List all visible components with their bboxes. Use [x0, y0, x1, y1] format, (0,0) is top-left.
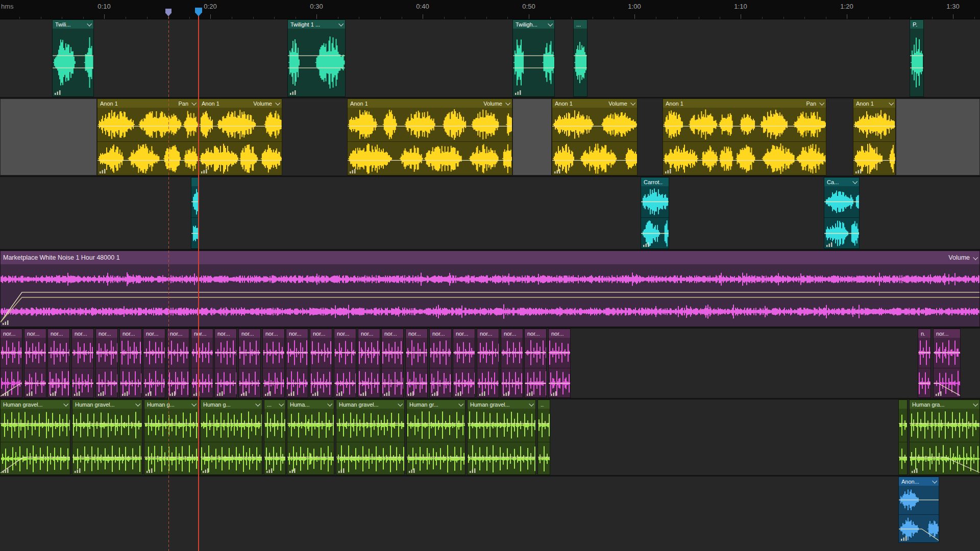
audio-clip[interactable]: Huma... [287, 399, 334, 475]
clip-control-label[interactable]: Volume [608, 101, 627, 107]
audio-clip[interactable]: Twili... [52, 19, 94, 97]
clip-header[interactable]: nor... [24, 329, 46, 338]
clip-header[interactable]: nor... [72, 329, 93, 338]
clip-header[interactable]: Anon 1 [853, 99, 895, 108]
audio-clip[interactable]: Anon... [898, 477, 939, 543]
clip-header[interactable]: n... [918, 329, 930, 338]
clip-header[interactable]: nor... [310, 329, 332, 338]
audio-clip[interactable]: nor... [501, 329, 523, 398]
audio-clip[interactable]: ... [898, 399, 908, 475]
clip-header[interactable]: Carrot... [641, 178, 669, 186]
chevron-down-icon[interactable] [630, 101, 635, 106]
clip-header[interactable]: Anon 1Volume [348, 99, 512, 108]
clip-header[interactable]: nor... [286, 329, 308, 338]
clip-header[interactable]: nor... [239, 329, 260, 338]
track-lane-1[interactable]: Twili...Twilight 1 ...Twiligh......P... [0, 19, 980, 97]
clip-header[interactable]: nor... [477, 329, 499, 338]
clip-header[interactable]: ... [538, 400, 550, 409]
chevron-down-icon[interactable] [889, 101, 894, 106]
audio-clip[interactable]: Twilight 1 ... [287, 19, 346, 97]
clip-header[interactable]: Anon 1Volume [199, 99, 282, 108]
audio-clip[interactable]: nor... [143, 329, 165, 398]
chevron-down-icon[interactable] [529, 402, 534, 407]
chevron-down-icon[interactable] [505, 101, 510, 106]
clip-header[interactable]: Twilight 1 ... [288, 20, 345, 29]
chevron-down-icon[interactable] [255, 402, 260, 407]
clip-header[interactable]: Anon 1Pan [97, 99, 198, 108]
clip-header[interactable]: Anon... [899, 477, 939, 486]
audio-clip[interactable]: nor... [548, 329, 571, 398]
audio-clip[interactable]: nor... [214, 329, 237, 398]
clip-header[interactable]: nor... [191, 329, 213, 338]
audio-clip[interactable]: nor... [167, 329, 189, 398]
chevron-down-icon[interactable] [398, 402, 403, 407]
audio-clip[interactable]: Ca... [824, 177, 860, 249]
chevron-down-icon[interactable] [819, 101, 824, 106]
clip-header[interactable]: P... [910, 20, 923, 29]
clip-header[interactable]: nor... [406, 329, 427, 338]
audio-clip[interactable]: Anon 1Pan [97, 98, 199, 176]
audio-clip[interactable]: nor... [238, 329, 261, 398]
chevron-down-icon[interactable] [458, 402, 463, 407]
clip-header[interactable]: Ca... [824, 178, 859, 186]
clip-header[interactable]: Huma... [287, 400, 334, 409]
audio-clip[interactable]: nor... [405, 329, 428, 398]
audio-clip[interactable]: nor... [71, 329, 94, 398]
clip-header[interactable]: ... [574, 20, 587, 29]
track-lane-6[interactable]: Human gravel...Human gravel...Human g...… [0, 399, 980, 475]
audio-clip[interactable]: nor... [191, 329, 213, 398]
audio-clip[interactable]: Anon 1 [853, 98, 896, 176]
audio-clip[interactable]: Twiligh... [512, 19, 555, 97]
audio-clip[interactable]: nor... [524, 329, 547, 398]
chevron-down-icon[interactable] [191, 101, 197, 106]
chevron-down-icon[interactable] [973, 255, 978, 260]
clip-header[interactable]: nor... [549, 329, 570, 338]
audio-clip[interactable]: nor... [24, 329, 46, 398]
audio-clip[interactable]: nor... [334, 329, 356, 398]
audio-clip[interactable]: nor... [453, 329, 475, 398]
chevron-down-icon[interactable] [275, 101, 280, 106]
audio-clip[interactable]: ... [573, 19, 587, 97]
clip-header[interactable]: nor... [334, 329, 356, 338]
audio-clip[interactable]: Anon 1Volume [347, 98, 512, 176]
clip-header[interactable]: Human gravel... [1, 400, 70, 409]
blank-clip[interactable] [0, 98, 97, 176]
audio-clip[interactable]: Anon 1Pan [663, 98, 826, 176]
audio-clip[interactable]: nor... [119, 329, 142, 398]
clip-control-label[interactable]: Pan [806, 101, 816, 107]
audio-clip[interactable]: n... [918, 329, 931, 398]
clip-header[interactable]: Twili... [53, 20, 93, 29]
clip-header[interactable]: Human gravel... [72, 400, 142, 409]
chevron-down-icon[interactable] [338, 21, 344, 27]
audio-clip[interactable]: Human g... [144, 399, 199, 475]
clip-header[interactable]: ... [899, 400, 907, 409]
chevron-down-icon[interactable] [852, 179, 857, 184]
audio-clip[interactable]: Human g... [200, 399, 262, 475]
audio-clip[interactable]: nor... [358, 329, 380, 398]
audio-clip[interactable]: nor... [381, 329, 404, 398]
audio-clip[interactable]: nor... [262, 329, 285, 398]
clip-header[interactable]: Human g... [201, 400, 262, 409]
clip-header[interactable]: Human g... [144, 400, 198, 409]
audio-clip[interactable]: Human gravel... [467, 399, 536, 475]
track-lane-7[interactable]: Anon... [0, 477, 980, 551]
blank-clip[interactable] [512, 98, 552, 176]
clip-header[interactable]: Human gravel... [336, 400, 404, 409]
chevron-down-icon[interactable] [279, 402, 284, 407]
track-lane-5[interactable]: nor...nor...nor...nor...nor...nor...nor.… [0, 329, 980, 398]
chevron-down-icon[interactable] [191, 402, 197, 407]
clip-header[interactable]: Human gr... [407, 400, 465, 409]
audio-clip[interactable]: nor... [0, 329, 22, 398]
clip-header[interactable]: Anon 1Pan [663, 99, 826, 108]
track-lane-2[interactable]: Anon 1PanAnon 1VolumeAnon 1VolumeAnon 1V… [0, 98, 980, 176]
clip-control-label[interactable]: Volume [948, 254, 970, 261]
audio-clip[interactable]: Anon 1Volume [199, 98, 282, 176]
audio-clip[interactable]: nor... [310, 329, 332, 398]
audio-clip[interactable]: nor... [429, 329, 452, 398]
clip-header[interactable]: nor... [382, 329, 403, 338]
audio-clip[interactable]: Human gravel... [0, 399, 70, 475]
clip-header[interactable]: nor... [215, 329, 236, 338]
audio-clip[interactable]: Human gra... [909, 399, 980, 475]
timeline-ruler[interactable]: hms 0:100:200:300:400:501:001:101:201:30 [0, 0, 980, 19]
chevron-down-icon[interactable] [327, 402, 332, 407]
